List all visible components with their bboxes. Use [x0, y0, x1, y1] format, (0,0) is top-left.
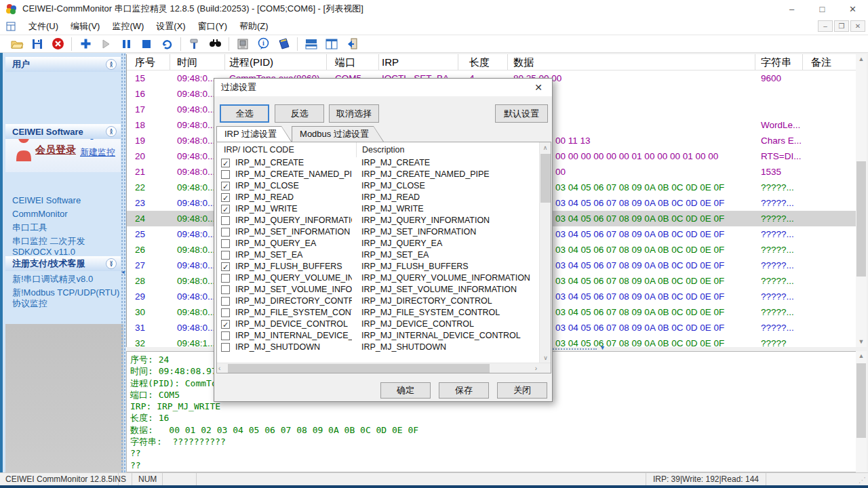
- scroll-down-icon[interactable]: ▼: [856, 337, 867, 347]
- maximize-button[interactable]: □: [807, 0, 837, 18]
- col-irp[interactable]: IRP: [379, 54, 458, 70]
- list-horizontal-scrollbar[interactable]: ‹ ›: [217, 363, 551, 373]
- scroll-up-icon[interactable]: ▲: [856, 54, 867, 64]
- dialog-close-icon[interactable]: ✕: [532, 82, 545, 93]
- menu-item[interactable]: 设置(X): [150, 18, 191, 35]
- detail-scrollbar[interactable]: ▲: [856, 351, 867, 472]
- sidebar-link[interactable]: CommMonitor: [5, 207, 122, 221]
- col-length[interactable]: 长度: [458, 54, 508, 70]
- col-process[interactable]: 进程(PID): [225, 54, 327, 70]
- checkbox[interactable]: [221, 159, 230, 167]
- minimize-button[interactable]: –: [776, 0, 807, 18]
- save-button[interactable]: 保存: [439, 382, 489, 399]
- start-icon[interactable]: [96, 36, 116, 52]
- checkbox[interactable]: [221, 193, 230, 202]
- sidebar-section-register[interactable]: 注册支付/技术客服 ∨∨: [5, 256, 121, 271]
- scroll-up-icon[interactable]: ∧: [540, 142, 551, 153]
- sidebar-section-software[interactable]: CEIWEI Software ∧∧: [5, 124, 121, 139]
- sidebar-link[interactable]: 串口监控 二次开发SDK/OCX v11.0: [5, 235, 122, 259]
- dialog-title-bar[interactable]: 过滤设置 ✕: [214, 79, 552, 96]
- scroll-thumb[interactable]: [228, 364, 490, 373]
- sidebar-link[interactable]: 新!Modbus TCP/UDP(RTU)协议监控: [5, 286, 122, 310]
- scroll-up-icon[interactable]: ▲: [856, 351, 867, 361]
- checkbox[interactable]: [221, 274, 230, 283]
- mdi-restore-button[interactable]: ❐: [834, 20, 849, 32]
- checkbox[interactable]: [221, 182, 230, 190]
- filter-list-row[interactable]: IRP_MJ_CLOSE IRP_MJ_CLOSE: [217, 180, 539, 192]
- pause-icon[interactable]: [116, 36, 136, 52]
- filter-list-row[interactable]: IRP_MJ_DIRECTORY_CONTROL IRP_MJ_DIRECTOR…: [217, 296, 539, 307]
- mdi-minimize-button[interactable]: –: [818, 20, 833, 32]
- cancel-selection-button[interactable]: 取消选择: [329, 104, 379, 123]
- menu-item[interactable]: 监控(W): [106, 18, 150, 35]
- help-icon[interactable]: [273, 36, 294, 52]
- filter-list-row[interactable]: IRP_MJ_INTERNAL_DEVICE_CON... IRP_MJ_INT…: [217, 330, 539, 342]
- checkbox[interactable]: [221, 251, 230, 260]
- filter-list-row[interactable]: IRP_MJ_QUERY_EA IRP_MJ_QUERY_EA: [217, 238, 539, 249]
- sidebar-section-user[interactable]: 用户 ∧∧: [5, 57, 121, 72]
- col-time[interactable]: 时间: [170, 54, 225, 70]
- save-icon[interactable]: [27, 36, 47, 52]
- col-data[interactable]: 数据: [508, 54, 755, 70]
- resume-icon[interactable]: [157, 36, 177, 52]
- col-seq[interactable]: 序号: [127, 54, 170, 70]
- collapse-left-icon[interactable]: ◂: [121, 268, 125, 275]
- checkbox[interactable]: [221, 297, 230, 306]
- menu-item[interactable]: 编辑(V): [64, 18, 106, 35]
- ok-button[interactable]: 确定: [380, 382, 431, 399]
- filter-list-row[interactable]: IRP_MJ_CREATE IRP_MJ_CREATE: [217, 157, 539, 169]
- filter-list-row[interactable]: IRP_MJ_READ IRP_MJ_READ: [217, 192, 539, 203]
- scroll-left-icon[interactable]: ‹: [218, 363, 220, 373]
- scroll-right-icon[interactable]: ›: [535, 363, 537, 373]
- filter-list-row[interactable]: IRP_MJ_FLUSH_BUFFERS IRP_MJ_FLUSH_BUFFER…: [217, 261, 539, 272]
- sidebar-link[interactable]: CEIWEI Software: [5, 194, 122, 207]
- filter-list-row[interactable]: IRP_MJ_DEVICE_CONTROL IRP_MJ_DEVICE_CONT…: [217, 319, 539, 330]
- mdi-close-button[interactable]: ✕: [850, 20, 865, 32]
- filter-list-row[interactable]: IRP_MJ_SET_EA IRP_MJ_SET_EA: [217, 249, 539, 261]
- checkbox[interactable]: [221, 205, 230, 214]
- filter-list-row[interactable]: IRP_MJ_SET_VOLUME_INFORMA... IRP_MJ_SET_…: [217, 284, 539, 296]
- filter-list-row[interactable]: IRP_MJ_FILE_SYSTEM_CONTROL IRP_MJ_FILE_S…: [217, 307, 539, 319]
- filter-list-row[interactable]: IRP_MJ_WRITE IRP_MJ_WRITE: [217, 203, 539, 215]
- open-file-icon[interactable]: [7, 36, 27, 52]
- stop-monitoring-icon[interactable]: [47, 36, 68, 52]
- col-port[interactable]: 端口: [327, 54, 379, 70]
- scroll-down-icon[interactable]: ∨: [540, 352, 551, 363]
- scroll-thumb[interactable]: [856, 363, 866, 438]
- menu-item[interactable]: 文件(U): [22, 18, 64, 35]
- filter-list-row[interactable]: IRP_MJ_QUERY_VOLUME_INFOR... IRP_MJ_QUER…: [217, 272, 539, 284]
- col-string[interactable]: 字符串: [755, 54, 803, 70]
- resize-grip[interactable]: ⋰: [859, 476, 866, 485]
- sidebar-splitter[interactable]: ◂: [121, 53, 126, 472]
- tab-modbus-filter[interactable]: Modbus 过滤设置: [292, 126, 384, 142]
- collapse-icon[interactable]: ∧∧: [106, 126, 117, 137]
- list-col-code[interactable]: IRP/ IOCTL CODE: [224, 142, 294, 157]
- about-icon[interactable]: i: [253, 36, 273, 52]
- add-monitor-icon[interactable]: [75, 36, 96, 52]
- filter-list-row[interactable]: IRP_MJ_QUERY_INFORMATION IRP_MJ_QUERY_IN…: [217, 215, 539, 226]
- collapse-icon[interactable]: ∧∧: [106, 59, 117, 70]
- menu-item[interactable]: 窗口(Y): [192, 18, 233, 35]
- new-monitor-link[interactable]: 新建监控: [80, 146, 115, 159]
- checkbox[interactable]: [221, 320, 230, 329]
- scroll-thumb[interactable]: [856, 161, 866, 277]
- exit-icon[interactable]: [342, 36, 362, 52]
- menu-item[interactable]: 帮助(Z): [233, 18, 275, 35]
- filter-list-row[interactable]: IRP_MJ_LOCK_CONTROL IRP_MJ_LOCK_CONTROL: [217, 353, 539, 354]
- select-all-button[interactable]: 全选: [220, 104, 269, 123]
- list-vertical-scrollbar[interactable]: ∧ ∨: [539, 142, 551, 363]
- table-scrollbar[interactable]: ▲ ▼: [856, 54, 867, 347]
- sidebar-link[interactable]: 串口工具: [5, 221, 122, 235]
- device-icon[interactable]: [233, 36, 253, 52]
- checkbox[interactable]: [221, 308, 230, 317]
- checkbox[interactable]: [221, 170, 230, 179]
- checkbox[interactable]: [221, 285, 230, 294]
- checkbox[interactable]: [221, 343, 230, 352]
- stop-icon[interactable]: [136, 36, 157, 52]
- filter-list-row[interactable]: IRP_MJ_CREATE_NAMED_PIPE IRP_MJ_CREATE_N…: [217, 169, 539, 180]
- filter-list-row[interactable]: IRP_MJ_SHUTDOWN IRP_MJ_SHUTDOWN: [217, 342, 539, 353]
- scroll-thumb[interactable]: [540, 154, 551, 203]
- split-vertical-icon[interactable]: [321, 36, 342, 52]
- collapse-down-icon[interactable]: ▼: [599, 344, 606, 351]
- default-settings-button[interactable]: 默认设置: [495, 104, 548, 123]
